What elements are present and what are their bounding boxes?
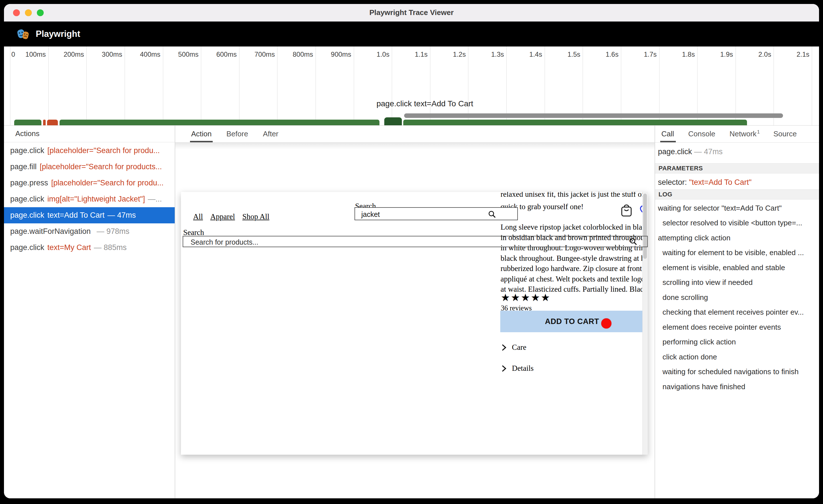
action-selector: [placeholder="Search for products... bbox=[40, 163, 162, 171]
action-method: page.press bbox=[10, 179, 48, 187]
log-entry: element is visible, enabled and stable bbox=[655, 260, 819, 275]
action-duration: — 885ms bbox=[94, 243, 127, 252]
grid-line bbox=[125, 46, 125, 125]
chevron-right-icon bbox=[501, 344, 507, 351]
search-icon[interactable] bbox=[629, 237, 638, 246]
close-button[interactable] bbox=[13, 9, 20, 16]
snapshot-nav-link[interactable]: Apparel bbox=[210, 212, 235, 221]
action-selector: [placeholder="Search for produ... bbox=[51, 179, 164, 187]
call-method: page.click bbox=[658, 148, 692, 156]
time-tick-label: 1.6s bbox=[606, 50, 619, 58]
snapshot-tab[interactable]: After bbox=[263, 125, 279, 142]
log-entry: selector resolved to visible <button typ… bbox=[655, 216, 819, 231]
add-to-cart-button[interactable]: ADD TO CART bbox=[500, 311, 644, 332]
parameter-value: "text=Add To Cart" bbox=[689, 178, 752, 187]
log-section-header: LOG bbox=[655, 189, 819, 200]
snapshot-nav-links: AllApparelShop All bbox=[193, 212, 270, 221]
care-expander[interactable]: Care bbox=[501, 343, 526, 352]
shopping-bag-icon[interactable] bbox=[621, 204, 632, 217]
action-selector: img[alt="Lightweight Jacket"] bbox=[47, 195, 145, 204]
time-tick-label: 400ms bbox=[140, 50, 160, 58]
log-entry: scrolling into view if needed bbox=[655, 275, 819, 290]
time-tick-label: 2.0s bbox=[758, 50, 771, 58]
traffic-lights bbox=[13, 4, 44, 21]
scrollbar-thumb[interactable] bbox=[643, 194, 647, 259]
product-description-line: black throughout. Bungee-style drawstrin… bbox=[501, 253, 644, 264]
log-entry: waiting for selector "text=Add To Cart" bbox=[655, 201, 819, 216]
minimize-button[interactable] bbox=[25, 9, 32, 16]
playwright-masks-logo-icon bbox=[16, 27, 30, 41]
detail-tab[interactable]: Console bbox=[688, 125, 716, 142]
search-input[interactable]: jacket bbox=[354, 207, 518, 220]
log-entry: element does receive pointer events bbox=[655, 320, 819, 335]
snapshot-nav-link[interactable]: Shop All bbox=[242, 212, 269, 221]
time-tick-label: 1.0s bbox=[377, 50, 389, 58]
action-method: page.fill bbox=[10, 163, 37, 171]
timeline[interactable]: 0100ms200ms300ms400ms500ms600ms700ms800m… bbox=[4, 46, 819, 125]
rating-stars: ★★★★★ bbox=[501, 292, 551, 303]
detail-tab[interactable]: Network 1 bbox=[729, 125, 760, 142]
title-bar: Playwright Trace Viewer bbox=[4, 4, 819, 22]
grid-line bbox=[163, 46, 163, 125]
action-list-item[interactable]: page.press [placeholder="Search for prod… bbox=[4, 175, 175, 191]
product-description: Long sleeve ripstop jacket colorblocked … bbox=[501, 222, 644, 294]
log-entry: waiting for element to be visible, enabl… bbox=[655, 245, 819, 260]
app-header: Playwright bbox=[4, 22, 819, 46]
detail-tab[interactable]: Call bbox=[661, 125, 675, 142]
call-duration: — 47ms bbox=[694, 148, 723, 156]
time-tick-label: 1.3s bbox=[491, 50, 504, 58]
log-entry: click action done bbox=[655, 349, 819, 364]
detail-tab-label: Console bbox=[688, 130, 715, 138]
details-label: Details bbox=[512, 364, 533, 373]
time-tick-label: 1.2s bbox=[453, 50, 466, 58]
action-method: page.click bbox=[10, 211, 44, 220]
detail-tab[interactable]: Source bbox=[773, 125, 797, 142]
action-method: page.click bbox=[10, 146, 44, 155]
chevron-right-icon bbox=[501, 365, 507, 372]
log-entry: attempting click action bbox=[655, 230, 819, 245]
search-products-input[interactable]: Search for products... bbox=[183, 236, 648, 247]
action-list-item[interactable]: page.fill [placeholder="Search for produ… bbox=[4, 159, 175, 175]
time-tick-label: 0 bbox=[11, 50, 15, 58]
log-entry: navigations have finished bbox=[655, 379, 819, 394]
action-selector: text=My Cart bbox=[47, 243, 91, 252]
add-to-cart-label: ADD TO CART bbox=[545, 317, 599, 326]
parameter-name: selector: bbox=[658, 178, 687, 187]
action-selector: [placeholder="Search for produ... bbox=[47, 146, 160, 155]
action-method: page.click bbox=[10, 243, 44, 252]
grid-line bbox=[392, 46, 392, 125]
action-list-item[interactable]: page.click [placeholder="Search for prod… bbox=[4, 143, 175, 159]
panel-divider-left[interactable] bbox=[175, 125, 175, 498]
search-icon[interactable] bbox=[488, 210, 496, 219]
time-tick-label: 100ms bbox=[25, 50, 46, 58]
snapshot-tab[interactable]: Before bbox=[226, 125, 248, 142]
details-expander[interactable]: Details bbox=[501, 364, 533, 373]
grid-line bbox=[315, 46, 316, 125]
snapshot-tab[interactable]: Action bbox=[191, 125, 211, 142]
detail-tabbar: Call Console Network 1 Source bbox=[655, 125, 819, 143]
grid-line bbox=[86, 46, 87, 125]
snapshot-text-clipped: relaxed unisex fit, this jacket is just … bbox=[501, 192, 648, 199]
page-snapshot: relaxed unisex fit, this jacket is just … bbox=[181, 192, 648, 455]
grid-line bbox=[10, 46, 10, 125]
action-list-item[interactable]: page.waitForNavigation — 978ms bbox=[4, 223, 175, 240]
product-description-line: Long sleeve ripstop jacket colorblocked … bbox=[501, 222, 644, 232]
action-list-item[interactable]: page.click text=My Cart — 885ms bbox=[4, 240, 175, 256]
zoom-button[interactable] bbox=[37, 9, 44, 16]
timeline-action-bar[interactable] bbox=[404, 113, 783, 118]
snapshot-nav-link[interactable]: All bbox=[193, 212, 203, 221]
action-list-item[interactable]: page.click text=Add To Cart — 47ms bbox=[4, 207, 175, 223]
time-tick-label: 1.1s bbox=[415, 50, 428, 58]
time-tick-label: 1.7s bbox=[644, 50, 657, 58]
snapshot-tab-label: Before bbox=[226, 130, 248, 138]
snapshot-scrollbar[interactable] bbox=[642, 192, 648, 455]
log-entry: checking that element receives pointer e… bbox=[655, 305, 819, 320]
snapshot-tab-label: Action bbox=[191, 130, 211, 138]
detail-tab-label: Network bbox=[729, 130, 756, 138]
action-list-item[interactable]: page.click img[alt="Lightweight Jacket"]… bbox=[4, 191, 175, 207]
grid-line bbox=[48, 46, 49, 125]
action-duration: — 978ms bbox=[97, 227, 130, 236]
search-input-value: jacket bbox=[361, 210, 380, 219]
time-tick-label: 1.8s bbox=[682, 50, 695, 58]
action-method: page.waitForNavigation bbox=[10, 227, 91, 236]
